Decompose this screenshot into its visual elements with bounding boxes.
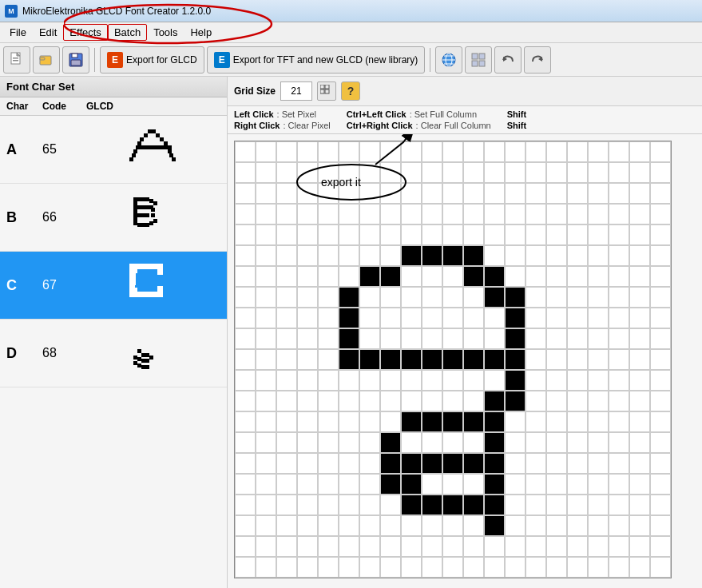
pixel-cell[interactable] [588,349,609,370]
pixel-cell[interactable] [422,183,442,204]
pixel-cell[interactable] [380,391,401,411]
pixel-cell[interactable] [505,308,526,328]
pixel-cell[interactable] [276,141,297,162]
pixel-cell[interactable] [297,245,318,266]
pixel-cell[interactable] [484,183,505,204]
pixel-cell[interactable] [546,245,567,266]
pixel-cell[interactable] [629,328,650,349]
pixel-cell[interactable] [297,287,318,308]
pixel-cell[interactable] [650,432,671,453]
pixel-cell[interactable] [297,308,318,328]
pixel-cell[interactable] [609,183,629,204]
pixel-cell[interactable] [650,411,671,432]
pixel-cell[interactable] [318,162,339,183]
pixel-cell[interactable] [380,536,401,557]
pixel-cell[interactable] [318,495,339,515]
pixel-cell[interactable] [297,370,318,391]
pixel-cell[interactable] [339,453,359,474]
redo-button[interactable] [524,46,551,74]
pixel-cell[interactable] [629,432,650,453]
pixel-cell[interactable] [463,162,484,183]
pixel-cell[interactable] [588,474,609,495]
pixel-cell[interactable] [442,287,463,308]
pixel-cell[interactable] [629,370,650,391]
pixel-cell[interactable] [463,411,484,432]
pixel-cell[interactable] [442,162,463,183]
pixel-cell[interactable] [546,266,567,287]
pixel-cell[interactable] [588,432,609,453]
pixel-cell[interactable] [546,349,567,370]
pixel-cell[interactable] [484,453,505,474]
pixel-cell[interactable] [463,287,484,308]
pixel-cell[interactable] [609,515,629,536]
pixel-cell[interactable] [442,141,463,162]
pixel-cell[interactable] [463,204,484,224]
pixel-cell[interactable] [588,245,609,266]
pixel-cell[interactable] [276,308,297,328]
pixel-cell[interactable] [484,432,505,453]
pixel-cell[interactable] [588,453,609,474]
grid-size-input[interactable] [280,81,312,101]
pixel-cell[interactable] [588,557,609,578]
pixel-cell[interactable] [588,183,609,204]
pixel-cell[interactable] [276,432,297,453]
pixel-cell[interactable] [318,411,339,432]
pixel-cell[interactable] [442,204,463,224]
pixel-cell[interactable] [380,495,401,515]
pixel-cell[interactable] [256,432,276,453]
pixel-cell[interactable] [588,162,609,183]
pixel-cell[interactable] [526,453,546,474]
pixel-cell[interactable] [505,495,526,515]
pixel-cell[interactable] [380,287,401,308]
pixel-cell[interactable] [567,287,588,308]
pixel-cell[interactable] [339,411,359,432]
pixel-cell[interactable] [235,370,256,391]
pixel-cell[interactable] [401,266,422,287]
pixel-cell[interactable] [422,536,442,557]
pixel-cell[interactable] [484,224,505,245]
pixel-cell[interactable] [505,515,526,536]
pixel-cell[interactable] [567,411,588,432]
pixel-cell[interactable] [318,432,339,453]
pixel-cell[interactable] [588,536,609,557]
pixel-cell[interactable] [650,495,671,515]
pixel-cell[interactable] [297,224,318,245]
pixel-cell[interactable] [297,328,318,349]
pixel-cell[interactable] [650,287,671,308]
pixel-cell[interactable] [484,370,505,391]
pixel-cell[interactable] [650,224,671,245]
pixel-cell[interactable] [380,245,401,266]
pixel-cell[interactable] [629,391,650,411]
pixel-cell[interactable] [588,370,609,391]
pixel-cell[interactable] [380,349,401,370]
pixel-cell[interactable] [339,308,359,328]
pixel-cell[interactable] [567,183,588,204]
pixel-cell[interactable] [609,495,629,515]
pixel-cell[interactable] [318,557,339,578]
help-button[interactable]: ? [341,81,360,101]
pixel-cell[interactable] [422,141,442,162]
pixel-cell[interactable] [235,308,256,328]
pixel-cell[interactable] [401,432,422,453]
pixel-cell[interactable] [588,266,609,287]
pixel-cell[interactable] [442,308,463,328]
pixel-cell[interactable] [235,266,256,287]
pixel-cell[interactable] [609,432,629,453]
pixel-cell[interactable] [463,308,484,328]
pixel-cell[interactable] [650,328,671,349]
pixel-cell[interactable] [546,308,567,328]
pixel-cell[interactable] [339,495,359,515]
pixel-cell[interactable] [235,432,256,453]
pixel-cell[interactable] [567,536,588,557]
pixel-cell[interactable] [609,453,629,474]
pixel-cell[interactable] [297,141,318,162]
pixel-cell[interactable] [401,495,422,515]
pixel-cell[interactable] [359,536,380,557]
pixel-cell[interactable] [318,370,339,391]
pixel-cell[interactable] [276,495,297,515]
pixel-cell[interactable] [380,411,401,432]
pixel-cell[interactable] [359,411,380,432]
pixel-cell[interactable] [422,474,442,495]
pixel-cell[interactable] [505,183,526,204]
pixel-cell[interactable] [442,224,463,245]
